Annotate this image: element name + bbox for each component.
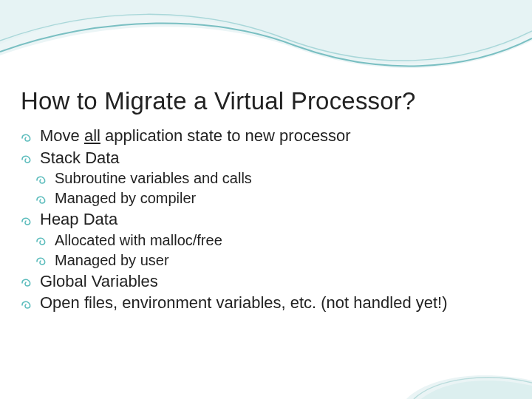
bullet-heap-data: Heap Data [21,209,511,230]
bullet-move-all: Move all application state to new proces… [21,126,511,146]
bullet-text-suffix: application state to new processor [100,126,351,145]
bullet-text: Managed by compiler [55,190,196,206]
bullet-subroutine-vars: Subroutine variables and calls [35,169,511,188]
swirl-icon [35,192,50,204]
swirl-icon [21,129,35,140]
bullet-text: Global Variables [40,272,158,290]
swirl-icon [35,233,50,245]
bullet-managed-compiler: Managed by compiler [35,189,511,208]
swirl-icon [21,296,35,307]
bullet-text: Subroutine variables and calls [55,170,252,186]
bullet-managed-user: Managed by user [35,251,511,270]
swirl-icon [21,150,35,162]
bottom-right-swirl-decor [377,340,532,399]
swirl-icon [21,273,35,285]
bullet-open-files: Open files, environment variables, etc. … [21,293,511,313]
bullet-global-vars: Global Variables [21,271,511,292]
bullet-text-prefix: Move [40,126,84,145]
swirl-icon [35,172,50,184]
wave-svg [0,0,532,81]
bullet-text: Stack Data [40,149,120,167]
swirl-icon [21,212,35,224]
slide-body: Move all application state to new proces… [21,126,511,315]
bullet-stack-data: Stack Data [21,148,511,168]
swirl-icon [35,253,50,265]
slide-title: How to Migrate a Virtual Processor? [21,87,511,115]
bullet-text: Managed by user [55,252,169,268]
bullet-text: Allocated with malloc/free [55,232,222,248]
bullet-text: Heap Data [40,210,117,228]
bullet-text-underlined: all [84,126,100,145]
bullet-allocated-malloc: Allocated with malloc/free [35,231,511,250]
top-wave-decor [0,0,532,81]
bullet-text: Open files, environment variables, etc. … [40,293,448,312]
